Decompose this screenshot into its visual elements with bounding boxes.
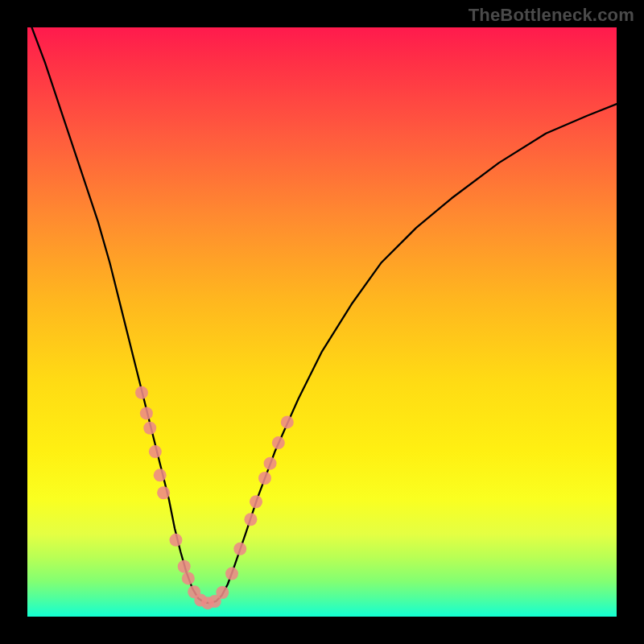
- marker-point: [149, 445, 162, 458]
- marker-point: [216, 586, 229, 599]
- marker-point: [258, 472, 271, 485]
- curve-layer: [27, 27, 617, 617]
- chart-frame: TheBottleneck.com: [0, 0, 644, 644]
- plot-area: [27, 27, 617, 617]
- marker-point: [281, 415, 294, 428]
- marker-point: [233, 543, 246, 555]
- marker-point: [264, 457, 277, 470]
- marker-point: [157, 486, 170, 499]
- marker-point: [169, 534, 182, 547]
- marker-point: [135, 386, 148, 399]
- marker-point: [244, 513, 257, 526]
- marker-point: [178, 560, 191, 573]
- marker-point: [250, 495, 262, 508]
- marker-point: [143, 422, 156, 435]
- marker-point: [154, 469, 167, 481]
- marker-point: [225, 568, 238, 580]
- marker-point: [182, 572, 195, 584]
- bottleneck-curve: [27, 27, 617, 603]
- watermark-text: TheBottleneck.com: [469, 5, 634, 26]
- marker-point: [140, 407, 153, 419]
- marker-point: [272, 436, 285, 449]
- highlight-markers: [135, 386, 294, 609]
